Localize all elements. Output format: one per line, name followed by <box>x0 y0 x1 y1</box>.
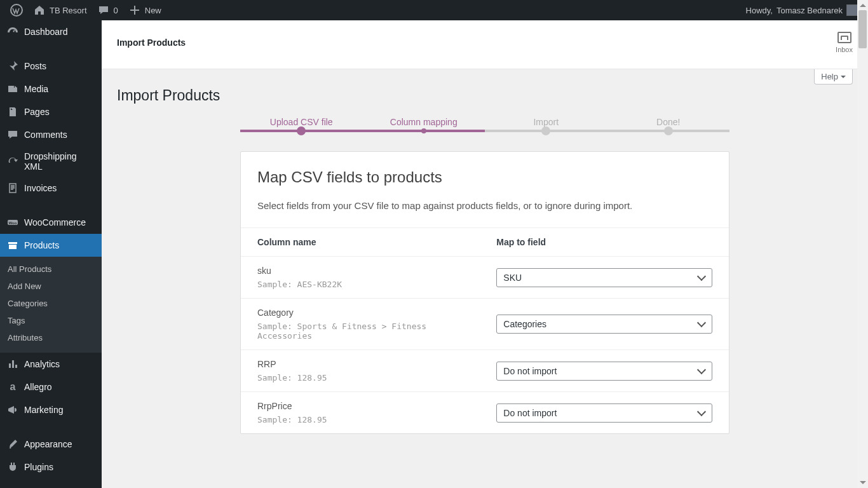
site-link[interactable]: TB Resort <box>28 0 92 20</box>
field-select-wrap: Do not import <box>496 362 712 381</box>
wp-logo-icon <box>10 4 23 17</box>
sidebar-item-allegro[interactable]: a Allegro <box>0 376 102 398</box>
account-link[interactable]: Howdy, Tomasz Bednarek <box>741 0 863 20</box>
sidebar-item-posts[interactable]: Posts <box>0 55 102 78</box>
field-select[interactable]: Do not import <box>496 362 712 381</box>
sidebar-item-label: Invoices <box>24 183 57 193</box>
archive-icon <box>6 239 19 252</box>
sidebar-item-woocommerce[interactable]: Woo WooCommerce <box>0 211 102 234</box>
admin-bar: TB Resort 0 New Howdy, Tomasz Bednarek <box>0 0 868 20</box>
card-heading: Map CSV fields to products <box>257 168 712 186</box>
comments-link[interactable]: 0 <box>92 0 123 20</box>
column-name: RRP <box>257 359 463 369</box>
mapping-card: Map CSV fields to products Select fields… <box>240 151 729 434</box>
field-select[interactable]: Categories <box>496 315 712 334</box>
comment-icon <box>6 128 19 141</box>
wizard-track <box>240 130 729 132</box>
table-row: RrpPriceSample: 128.95Do not import <box>241 392 729 434</box>
user-name: Tomasz Bednarek <box>776 6 843 15</box>
submenu-tags[interactable]: Tags <box>0 312 102 329</box>
field-cell: Categories <box>480 299 729 350</box>
comment-icon <box>97 4 110 17</box>
new-label: New <box>145 6 161 15</box>
table-row: CategorySample: Sports & Fitness > Fitne… <box>241 299 729 350</box>
pin-icon <box>6 60 19 72</box>
inbox-label: Inbox <box>836 46 853 53</box>
field-select-wrap: Do not import <box>496 403 712 423</box>
field-select[interactable]: SKU <box>496 268 712 287</box>
svg-text:a: a <box>10 381 16 392</box>
field-select-wrap: SKU <box>496 268 712 287</box>
submenu-add-new[interactable]: Add New <box>0 278 102 295</box>
refresh-icon <box>6 155 19 168</box>
card-description: Select fields from your CSV file to map … <box>257 200 712 211</box>
sidebar-item-media[interactable]: Media <box>0 78 102 100</box>
wizard-dot-2 <box>363 130 485 132</box>
wizard: Upload CSV file Column mapping Import Do… <box>240 117 729 434</box>
home-icon <box>33 4 46 17</box>
scrollbar[interactable] <box>857 0 868 488</box>
column-sample: Sample: 128.95 <box>257 415 463 424</box>
sidebar-item-label: Dropshipping XML <box>24 151 95 172</box>
sidebar-item-label: Analytics <box>24 359 60 369</box>
table-row: skuSample: AES-KB22KSKU <box>241 257 729 299</box>
sidebar-item-plugins[interactable]: Plugins <box>0 456 102 478</box>
field-select-wrap: Categories <box>496 315 712 334</box>
plug-icon <box>6 461 19 473</box>
sidebar-item-analytics[interactable]: Analytics <box>0 353 102 376</box>
megaphone-icon <box>6 403 19 416</box>
media-icon <box>6 83 19 95</box>
wizard-step-upload: Upload CSV file <box>240 117 363 127</box>
wizard-dot-3 <box>485 130 607 132</box>
sidebar-item-invoices[interactable]: Invoices <box>0 177 102 200</box>
plus-icon <box>128 4 141 17</box>
column-cell: RRPSample: 128.95 <box>241 350 480 392</box>
sidebar-item-products[interactable]: Products <box>0 234 102 257</box>
svg-text:Woo: Woo <box>9 221 17 225</box>
field-select[interactable]: Do not import <box>496 403 712 423</box>
sidebar-item-label: WooCommerce <box>24 217 86 227</box>
mapping-tbody: skuSample: AES-KB22KSKUCategorySample: S… <box>241 257 729 434</box>
column-name: sku <box>257 266 463 276</box>
scroll-down-icon[interactable] <box>857 478 868 488</box>
sidebar-item-appearance[interactable]: Appearance <box>0 433 102 456</box>
pages-icon <box>6 105 19 118</box>
wizard-step-import: Import <box>485 117 607 127</box>
sidebar-item-label: Products <box>24 240 59 250</box>
column-sample: Sample: 128.95 <box>257 373 463 383</box>
mapping-table: Column name Map to field skuSample: AES-… <box>241 227 729 433</box>
new-link[interactable]: New <box>123 0 166 20</box>
sidebar-item-dashboard[interactable]: Dashboard <box>0 20 102 43</box>
wizard-dot-1 <box>240 130 363 132</box>
sidebar-item-label: Dashboard <box>24 27 68 37</box>
chart-icon <box>6 358 19 370</box>
column-cell: RrpPriceSample: 128.95 <box>241 392 480 434</box>
wizard-step-done: Done! <box>607 117 730 127</box>
submenu-categories[interactable]: Categories <box>0 295 102 312</box>
sidebar-item-dropshipping[interactable]: Dropshipping XML <box>0 146 102 177</box>
sidebar-item-label: Media <box>24 84 48 94</box>
sidebar-item-label: Posts <box>24 61 46 71</box>
wp-logo[interactable] <box>5 0 28 20</box>
wizard-step-mapping: Column mapping <box>363 117 485 127</box>
column-sample: Sample: Sports & Fitness > Fitness Acces… <box>257 322 463 341</box>
field-cell: Do not import <box>480 392 729 434</box>
products-submenu: All Products Add New Categories Tags Att… <box>0 257 102 353</box>
submenu-all-products[interactable]: All Products <box>0 261 102 278</box>
column-cell: skuSample: AES-KB22K <box>241 257 480 299</box>
scroll-thumb[interactable] <box>858 10 867 48</box>
sidebar-item-label: Marketing <box>24 405 63 415</box>
sidebar-item-label: Allegro <box>24 382 52 392</box>
submenu-attributes[interactable]: Attributes <box>0 329 102 346</box>
inbox-button[interactable]: Inbox <box>836 32 853 53</box>
scroll-up-icon[interactable] <box>857 0 868 10</box>
sidebar-item-label: Pages <box>24 107 50 117</box>
table-row: RRPSample: 128.95Do not import <box>241 350 729 392</box>
help-toggle[interactable]: Help <box>814 69 853 85</box>
sidebar-item-marketing[interactable]: Marketing <box>0 398 102 421</box>
chevron-down-icon <box>841 76 846 81</box>
sidebar-item-comments[interactable]: Comments <box>0 123 102 146</box>
column-name: Category <box>257 308 463 318</box>
sidebar-item-pages[interactable]: Pages <box>0 100 102 123</box>
column-cell: CategorySample: Sports & Fitness > Fitne… <box>241 299 480 350</box>
